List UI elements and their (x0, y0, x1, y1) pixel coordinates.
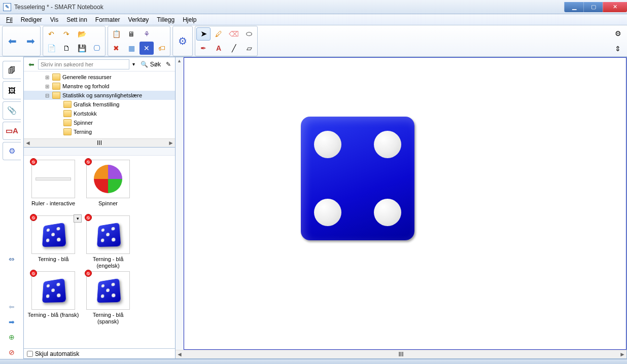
thumbnail-label: Terning - blå (engelsk) (82, 256, 134, 269)
menu-rediger[interactable]: Rediger (17, 15, 46, 24)
settings-button[interactable]: ⚙ (611, 27, 625, 40)
delete-page-button[interactable]: 🗋 (59, 42, 74, 55)
search-input[interactable] (38, 59, 129, 69)
tag-button[interactable]: 🏷 (155, 42, 169, 55)
redo-button[interactable]: ↷ (59, 27, 74, 41)
gallery-item[interactable]: ⦸Ruler - interactive (26, 159, 81, 214)
thumbnail-label: Terning - blå (spansk) (82, 312, 134, 325)
side-tab-properties[interactable]: ▭A (3, 122, 21, 140)
add-page-icon[interactable]: ⊕ (5, 331, 18, 344)
tree-label: Generelle ressurser (62, 74, 112, 80)
scroll-right-icon[interactable]: ► (618, 351, 626, 358)
auto-hide-checkbox[interactable] (27, 351, 33, 357)
table-button[interactable]: ▦ (124, 42, 138, 55)
save-button[interactable]: 💾 (75, 42, 89, 55)
gallery-item[interactable]: ⦸Terning - blå (spansk) (81, 270, 135, 326)
tree-expand-icon[interactable]: ⊞ (44, 75, 50, 80)
tree-item[interactable]: ⊟Statistikk og sannsynlighetslære (24, 91, 175, 100)
gallery-item[interactable]: ⦸Terning - blå (fransk) (26, 270, 81, 326)
window-footer (0, 359, 627, 364)
gallery-item[interactable]: ⦸Spinner (81, 159, 135, 214)
next-arrow-icon[interactable]: ➡ (5, 315, 18, 329)
side-tab-pages[interactable]: 🗐 (3, 61, 21, 79)
toggle-toolbar-button[interactable]: ⇕ (611, 42, 625, 55)
delete-button[interactable]: ✖ (109, 42, 123, 55)
search-button-label: Søk (150, 61, 161, 68)
canvas-h-scrollbar[interactable]: ◄ III ► (176, 350, 626, 358)
tree-expand-icon[interactable]: ⊞ (44, 84, 50, 89)
side-tab-gallery[interactable]: 🖼 (3, 81, 21, 99)
tree-expand-icon[interactable]: ⊟ (44, 93, 50, 98)
die-pip (374, 199, 401, 226)
side-tab-addons[interactable]: ⚙ (3, 142, 21, 160)
menu-fil[interactable]: Fil (2, 15, 17, 24)
close-button[interactable]: ✕ (603, 2, 627, 12)
select-tool[interactable]: ➤ (196, 27, 211, 41)
tree-h-scrollbar[interactable]: ◄ III ► (24, 138, 175, 147)
menu-hjelp[interactable]: Hjelp (179, 15, 200, 24)
search-button[interactable]: 🔍 Søk (138, 59, 163, 69)
menu-tillegg[interactable]: Tillegg (153, 15, 179, 24)
scroll-left-icon[interactable]: ◄ (24, 139, 32, 147)
minimize-button[interactable]: ▁ (564, 2, 583, 12)
thumbnail-label: Terning - blå (fransk) (28, 312, 79, 318)
die-pip (374, 131, 401, 158)
line-tool[interactable]: ╱ (227, 42, 241, 55)
text-tool[interactable]: A (212, 42, 226, 55)
page-canvas[interactable] (184, 57, 626, 350)
gallery-item[interactable]: ⦸▾Terning - blå (26, 214, 81, 270)
tree-item[interactable]: ⊞Generelle ressurser (24, 72, 175, 82)
flash-badge-icon: ⦸ (30, 158, 37, 165)
vertical-ruler: ▲ (176, 57, 184, 350)
scroll-right-icon[interactable]: ► (167, 139, 175, 147)
screen-share-button[interactable]: 🖥 (124, 27, 138, 41)
side-tab-attachments[interactable]: 📎 (3, 101, 21, 120)
flash-badge-icon: ⦸ (85, 214, 92, 221)
thumbnail-image: ⦸ (31, 215, 75, 254)
math-button[interactable]: ✕ (140, 42, 154, 55)
search-icon: 🔍 (141, 61, 148, 68)
prev-arrow-icon[interactable]: ⬅ (5, 300, 18, 313)
magic-pen-tool[interactable]: 🖊 (212, 27, 226, 41)
search-wand-button[interactable]: ✎ (164, 59, 173, 69)
title-bar: ✎ Tesselering * - SMART Notebook ▁ ▢ ✕ (0, 0, 627, 14)
prev-page-button[interactable]: ⬅ (4, 31, 21, 51)
addon-button[interactable]: ⚙ (174, 27, 191, 55)
panel-bottom: Skjul automatisk (24, 348, 175, 358)
remove-page-icon[interactable]: ⊘ (5, 346, 18, 359)
paste-button[interactable]: 📋 (109, 27, 123, 41)
maximize-button[interactable]: ▢ (583, 2, 603, 12)
menu-vis[interactable]: Vis (46, 15, 62, 24)
pens-tool[interactable]: ✒ (196, 42, 211, 55)
thumbnail-label: Terning - blå (38, 256, 69, 263)
folder-icon (52, 74, 60, 81)
fill-tool[interactable]: ▱ (242, 42, 256, 55)
thumbnail-image: ⦸ (86, 215, 130, 254)
collapse-panel-button[interactable]: ⇔ (5, 252, 18, 266)
tree-item[interactable]: Grafisk fremstilling (24, 100, 175, 109)
tree-label: Statistikk og sannsynlighetslære (62, 92, 142, 98)
menu-verktoy[interactable]: Verktøy (124, 15, 153, 24)
undo-button[interactable]: ↶ (44, 27, 58, 41)
flash-badge-icon: ⦸ (85, 158, 92, 165)
gallery-item[interactable]: ⦸Terning - blå (engelsk) (81, 214, 135, 270)
new-page-button[interactable]: 📄 (44, 42, 58, 55)
search-back-button[interactable]: ⬅ (26, 59, 37, 70)
screen-button[interactable]: 🖵 (90, 42, 104, 55)
canvas-area: ▲ ◄ III ► (176, 57, 627, 359)
next-page-button[interactable]: ➡ (22, 31, 39, 51)
gallery-thumbnails: ⦸Ruler - interactive⦸Spinner⦸▾Terning - … (24, 156, 175, 329)
eraser-tool[interactable]: ⌫ (227, 27, 241, 41)
search-dropdown[interactable]: ▾ (130, 61, 137, 67)
blue-die-object[interactable] (301, 117, 414, 240)
response-button[interactable]: ⚘ (140, 27, 154, 41)
thumbnail-image: ⦸ (31, 271, 75, 310)
open-button[interactable]: 📂 (75, 27, 89, 41)
shape-tool[interactable]: ⬭ (242, 27, 256, 41)
thumbnail-label: Ruler - interactive (31, 200, 75, 207)
menu-sett-inn[interactable]: Sett inn (62, 15, 91, 24)
menu-formater[interactable]: Formater (91, 15, 124, 24)
tree-item[interactable]: ⊞Mønstre og forhold (24, 82, 175, 91)
scroll-left-icon[interactable]: ◄ (176, 351, 184, 358)
thumbnail-image: ⦸ (86, 271, 130, 310)
